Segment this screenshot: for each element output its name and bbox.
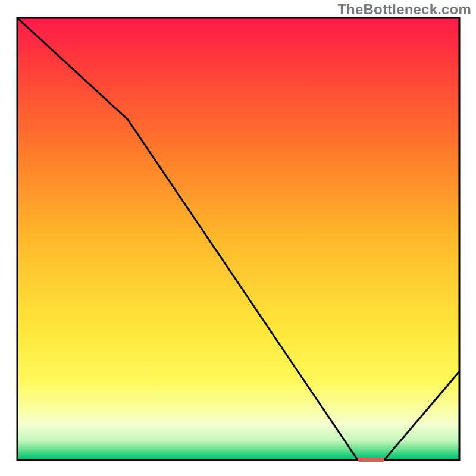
optimal-marker xyxy=(358,458,384,462)
chart-container: TheBottleneck.com xyxy=(0,0,476,476)
plot-background xyxy=(17,18,459,460)
bottleneck-chart xyxy=(0,0,476,476)
watermark-text: TheBottleneck.com xyxy=(337,1,471,18)
